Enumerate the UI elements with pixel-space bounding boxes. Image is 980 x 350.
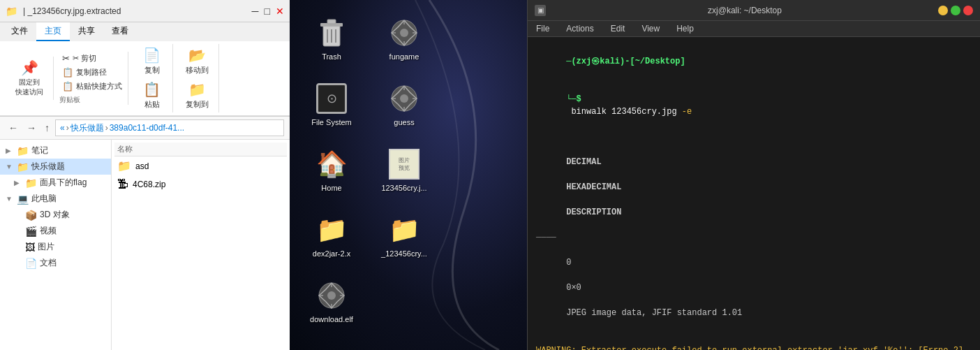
explorer-panel: 📁 | _123456cry.jpg.extracted ─ □ ✕ 文件 主页…	[0, 0, 290, 350]
window-title: | _123456cry.jpg.extracted	[23, 6, 121, 16]
explorer-main: ▶ 📁 笔记 ▼ 📁 快乐做题 ▶ 📁 面具下的flag ▼ 💻 此电脑	[0, 140, 290, 350]
minimize-btn[interactable]	[938, 6, 948, 15]
paste-shortcut-button[interactable]: 📋 粘贴快捷方式	[59, 80, 125, 93]
terminal-title: zxj@kali: ~/Desktop	[551, 6, 938, 15]
expand-icon: ▶	[14, 179, 22, 187]
desktop-icon-grid: Trash fungame ⊙ File System	[290, 0, 527, 350]
tree-label: 文档	[40, 257, 57, 269]
paste-button[interactable]: 📋 粘贴	[139, 78, 165, 112]
desktop-icon-downloadelf[interactable]: download.elf	[297, 270, 366, 333]
moveto-icon: 📂	[188, 47, 206, 64]
divider-line: ────	[536, 231, 972, 244]
tree-item-pictures[interactable]: 🖼 图片	[0, 239, 111, 255]
tree-item-videos[interactable]: 🎬 视频	[0, 223, 111, 239]
tree-item-ctf[interactable]: ▼ 📁 快乐做题	[0, 159, 111, 175]
docs-icon: 📄	[25, 258, 37, 269]
svg-point-11	[327, 291, 336, 300]
file-name: asd	[135, 161, 149, 171]
filesystem-icon: ⊙	[315, 82, 348, 115]
copy-path-button[interactable]: 📋 复制路径	[59, 66, 125, 79]
copy-icon: 📄	[143, 47, 161, 64]
guess-label: guess	[394, 118, 414, 126]
forward-button[interactable]: →	[24, 121, 39, 135]
tree-item-3d[interactable]: 📦 3D 对象	[0, 207, 111, 223]
pin-icon: 📌	[21, 59, 38, 76]
tree-label: 图片	[38, 241, 54, 253]
back-button[interactable]: ←	[6, 121, 21, 135]
image-icon: 图片预览	[387, 147, 421, 181]
tree-label: 此电脑	[31, 193, 57, 205]
tab-file[interactable]: 文件	[3, 22, 36, 41]
trash-icon	[315, 16, 348, 50]
desktop-icon-dex2jar[interactable]: 📁 dex2jar-2.x	[297, 204, 366, 267]
breadcrumb: « › 快乐做题 › 389a0c11-d0df-41...	[60, 122, 184, 134]
maximize-btn[interactable]	[951, 6, 960, 15]
trash-label: Trash	[322, 52, 341, 61]
desc-0: JPEG image data, JFIF standard 1.01	[566, 308, 742, 318]
tree-item-docs[interactable]: 📄 文档	[0, 255, 111, 271]
desktop-icon-123456[interactable]: 图片预览 123456cry.j...	[369, 138, 439, 201]
close-btn[interactable]	[963, 6, 973, 15]
pin-button[interactable]: 📌 固定到快速访问	[11, 57, 47, 100]
moveto-button[interactable]: 📂 移动到	[181, 44, 213, 78]
desktop-icon-fungame[interactable]: fungame	[369, 7, 439, 70]
desktop-icon-extracted[interactable]: 📁 _123456cry...	[369, 204, 439, 267]
up-button[interactable]: ↑	[42, 121, 52, 135]
col-name-header: 名称	[117, 144, 284, 154]
desktop-icon-guess[interactable]: guess	[369, 73, 439, 136]
crumb-subfolder[interactable]: 389a0c11-d0df-41...	[110, 123, 184, 133]
extracted-label: _123456cry...	[381, 249, 427, 258]
tree-label: 面具下的flag	[40, 177, 87, 189]
ribbon-tabs: 文件 主页 共享 查看	[0, 22, 290, 41]
title-bar: 📁 | _123456cry.jpg.extracted ─ □ ✕	[0, 0, 290, 22]
minimize-btn[interactable]: ─	[252, 6, 259, 17]
tab-home[interactable]: 主页	[36, 22, 70, 41]
copy-path-icon: 📋	[62, 67, 73, 78]
ribbon-group-movecopy: 📂 移动到 📁 复制到	[176, 44, 219, 112]
guess-icon	[387, 82, 421, 115]
desktop-icon-filesystem[interactable]: ⊙ File System	[297, 73, 366, 136]
copyto-button[interactable]: 📁 复制到	[181, 78, 213, 112]
address-box[interactable]: « › 快乐做题 › 389a0c11-d0df-41...	[55, 119, 284, 136]
file-item-asd[interactable]: 📁 asd	[114, 156, 287, 175]
home-label: Home	[321, 184, 341, 192]
menu-edit[interactable]: Edit	[608, 22, 628, 35]
menu-file[interactable]: File	[533, 22, 552, 35]
desktop-panel: Trash fungame ⊙ File System	[290, 0, 527, 350]
expand-icon: ▶	[6, 147, 14, 154]
terminal-body[interactable]: ─(zxj㉿kali)-[~/Desktop] └─$ binwalk 1234…	[528, 37, 980, 350]
close-btn[interactable]: ✕	[276, 6, 284, 17]
folder-icon: 📁	[17, 161, 29, 173]
cut-button[interactable]: ✂ ✂ 剪切	[59, 52, 125, 65]
extracted-icon: 📁	[387, 213, 421, 247]
menu-help[interactable]: Help	[674, 22, 697, 35]
terminal-icon: ▣	[535, 5, 546, 16]
moveto-label: 移动到	[186, 65, 209, 75]
crumb-folder[interactable]: 快乐做题	[70, 122, 104, 134]
tab-view[interactable]: 查看	[103, 22, 137, 41]
cut-icon: ✂	[62, 53, 70, 64]
blank-line-1	[536, 131, 972, 143]
desktop-icon-trash[interactable]: Trash	[297, 7, 366, 70]
downloadelf-label: download.elf	[310, 315, 353, 323]
window-buttons	[938, 6, 973, 15]
ribbon-group-clipboard: ✂ ✂ 剪切 📋 复制路径 📋 粘贴快捷方式 剪贴板	[57, 52, 128, 105]
tree-item-thispc[interactable]: ▼ 💻 此电脑	[0, 191, 111, 207]
copy-button[interactable]: 📄 复制	[139, 44, 165, 78]
paste-icon: 📋	[143, 81, 161, 98]
crumb-start[interactable]: «	[60, 123, 65, 133]
terminal-menubar: File Actions Edit View Help	[528, 21, 980, 37]
tree-item-notes[interactable]: ▶ 📁 笔记	[0, 143, 111, 159]
maximize-btn[interactable]: □	[265, 6, 270, 17]
tab-share[interactable]: 共享	[70, 22, 103, 41]
file-item-zip[interactable]: 🗜 4C68.zip	[114, 175, 287, 194]
menu-view[interactable]: View	[639, 22, 662, 35]
folder-icon: 📁	[25, 177, 37, 189]
menu-actions[interactable]: Actions	[563, 22, 596, 35]
desktop-icon-home[interactable]: 🏠 Home	[297, 138, 366, 201]
tree-item-flag[interactable]: ▶ 📁 面具下的flag	[0, 175, 111, 191]
prompt-dollar: └─$	[566, 94, 581, 104]
data-row-1: 0 0×0 JPEG image data, JFIF standard 1.0…	[536, 244, 972, 332]
file-name: 4C68.zip	[133, 180, 165, 189]
copyto-label: 复制到	[186, 99, 209, 110]
